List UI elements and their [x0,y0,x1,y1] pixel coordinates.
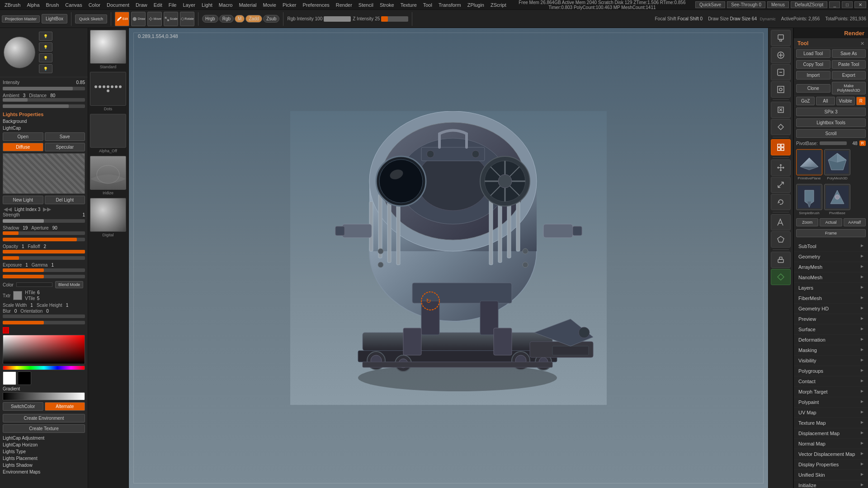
pivot-r-button[interactable]: R [859,141,866,146]
dynamic-tool-icon[interactable] [771,269,791,285]
load-tool-button[interactable]: Load Tool [796,49,830,58]
layers-item[interactable]: Layers [794,283,868,293]
export-button[interactable]: Export [832,71,866,80]
distance-slider[interactable] [3,104,85,108]
primitiveplane-thumb[interactable] [796,149,822,175]
quicksave-button[interactable]: QuickSave [695,1,725,8]
visible-button[interactable]: Visible [836,97,855,105]
display-properties-item[interactable]: Display Properties [794,460,868,470]
thumb-alpha-off[interactable]: Alpha_Off [90,114,126,154]
aahalf-tool-icon[interactable] [771,119,791,135]
aadbl-button[interactable]: AAHalf [844,218,866,226]
polygroups-item[interactable]: Polygroups [794,366,868,376]
clone-button[interactable]: Clone [796,84,830,93]
txtr-swatch[interactable] [13,291,22,300]
menu-tool[interactable]: Tool [420,1,435,9]
zoom-tool-icon[interactable] [771,64,791,80]
uv-map-item[interactable]: UV Map [794,408,868,418]
diffuse-button[interactable]: Diffuse [3,143,43,151]
unified-skin-item[interactable]: Unified Skin [794,470,868,480]
geometry-item[interactable]: Geometry [794,252,868,262]
swatch-white[interactable] [3,371,16,385]
swatch-black[interactable] [18,371,31,385]
subtool-item[interactable]: SubTool [794,241,868,252]
menu-document[interactable]: Document [104,1,132,9]
import-button[interactable]: Import [796,71,830,80]
menu-draw[interactable]: Draw [133,1,150,9]
color-gradient-picker[interactable] [3,335,85,364]
r-button[interactable]: R [856,97,866,105]
z-intensity-slider[interactable] [381,16,408,22]
light-icon-1[interactable]: 💡 [39,32,52,41]
close-button[interactable]: ✕ [854,1,866,8]
lights-shadow-item[interactable]: Lights Shadow [3,463,85,468]
env-maps-item[interactable]: Environment Maps [3,469,85,474]
menu-layer[interactable]: Layer [180,1,198,9]
shadow-slider[interactable] [3,231,85,235]
fibermesh-item[interactable]: FiberMesh [794,293,868,304]
linefill-tool-icon[interactable] [771,214,791,230]
exposure-slider[interactable] [3,268,85,272]
copy-tool-button[interactable]: Copy Tool [796,60,830,69]
light-icon-3[interactable]: 💡 [39,53,52,62]
texture-map-item[interactable]: Texture Map [794,418,868,428]
move-button[interactable]: Move [147,12,162,26]
surface-item[interactable]: Surface [794,324,868,335]
gradient-bar[interactable] [3,391,85,401]
pivot-base-slider[interactable] [820,141,847,145]
lightcap-horiz-item[interactable]: LightCap Horizon [3,442,85,447]
paste-tool-button[interactable]: Paste Tool [832,60,866,69]
gamma-slider[interactable] [3,275,85,278]
falloff-slider[interactable] [3,256,85,260]
menu-texture[interactable]: Texture [398,1,420,9]
hue-bar[interactable] [3,366,85,370]
normal-map-item[interactable]: Normal Map [794,439,868,449]
menu-zplugin[interactable]: ZPlugin [465,1,487,9]
ambient-slider[interactable] [3,98,85,102]
polygroup-tool-icon[interactable] [771,139,791,155]
rotate-button[interactable]: Rotate [180,12,194,26]
goz-button[interactable]: GoZ [796,97,815,105]
default-zscript-button[interactable]: DefaultZScript [791,1,827,8]
material-sphere-preview[interactable] [4,37,35,68]
create-texture-button[interactable]: Create Texture [3,424,85,433]
draw-button[interactable]: Draw [131,12,146,26]
thumb-dots[interactable]: Dots [90,72,126,112]
menu-color[interactable]: Color [86,1,103,9]
specular-button[interactable]: Specular [45,143,85,151]
menu-alpha[interactable]: Alpha [24,1,42,9]
stamp-tool-icon[interactable] [771,252,791,268]
orientation-slider[interactable] [3,321,85,324]
polypaint-item[interactable]: Polypaint [794,397,868,408]
menu-canvas[interactable]: Canvas [62,1,85,9]
menu-transform[interactable]: Transform [436,1,464,9]
lightbox-button[interactable]: LightBox [42,14,67,23]
light-icon-4[interactable]: 💡 [39,64,52,73]
menu-brush[interactable]: Brush [43,1,62,9]
edit-button[interactable]: Edit [115,12,129,26]
save-button[interactable]: Save [45,132,85,141]
menu-macro[interactable]: Macro [216,1,236,9]
arraymesh-item[interactable]: ArrayMesh [794,262,868,272]
frame-button[interactable]: Frame [796,229,866,237]
menu-light[interactable]: Light [199,1,215,9]
alternate-button[interactable]: Alternate [45,402,85,411]
del-light-button[interactable]: Del Light [45,196,85,204]
blend-mode-button[interactable]: Blend Mode [55,281,83,288]
menu-edit[interactable]: Edit [151,1,165,9]
all-button[interactable]: All [816,97,835,105]
prev-light-arrow[interactable]: ◀◀ [3,206,13,212]
polymesh3d-thumb[interactable] [824,149,850,175]
menu-stencil[interactable]: Stencil [356,1,376,9]
menu-preferences[interactable]: Preferences [300,1,332,9]
intensity-slider[interactable] [3,87,85,90]
vector-displacement-map-item[interactable]: Vector Displacement Map [794,449,868,460]
menus-button[interactable]: Menus [767,1,789,8]
lightbox-tools-button[interactable]: Lightbox Tools [796,118,866,127]
m-pill[interactable]: M [235,15,245,23]
bru-tool-icon[interactable] [771,30,791,46]
rgb-pill[interactable]: Rgb [219,15,234,23]
morph-target-item[interactable]: Morph Target [794,387,868,397]
light-icon-2[interactable]: 💡 [39,42,52,52]
geometry-hd-item[interactable]: Geometry HD [794,304,868,314]
